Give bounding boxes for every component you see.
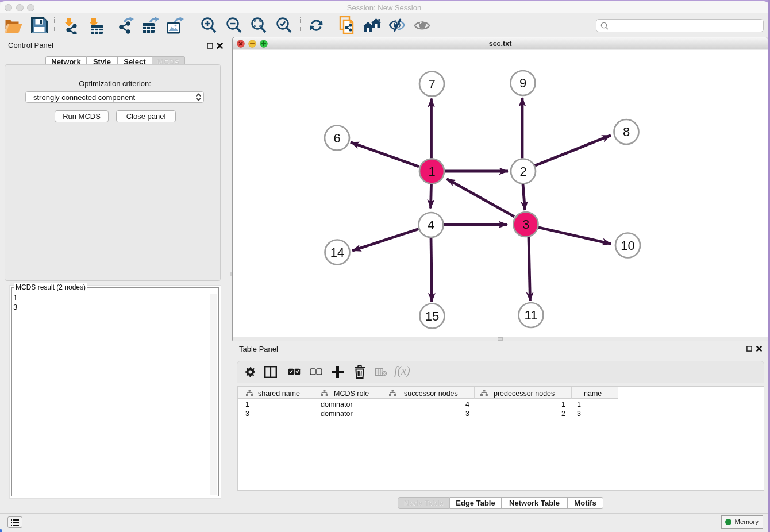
svg-text:15: 15 (425, 309, 439, 323)
svg-text:14: 14 (330, 245, 344, 260)
svg-text:6: 6 (333, 131, 340, 145)
svg-text:10: 10 (621, 238, 634, 253)
svg-text:3: 3 (522, 217, 529, 232)
svg-text:11: 11 (525, 308, 538, 322)
svg-text:2: 2 (519, 164, 526, 179)
svg-text:7: 7 (428, 77, 435, 91)
svg-text:9: 9 (519, 76, 526, 90)
svg-text:4: 4 (428, 218, 434, 232)
svg-text:1: 1 (428, 164, 435, 179)
svg-text:8: 8 (623, 125, 630, 139)
